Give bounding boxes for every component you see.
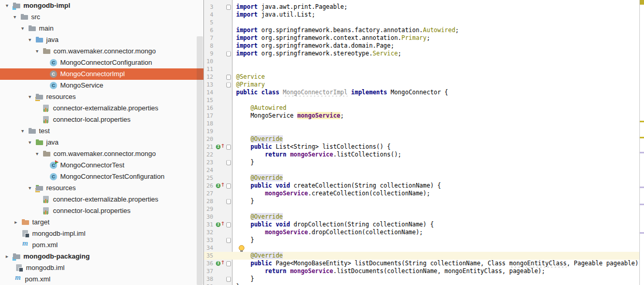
line-number[interactable]: 6 <box>204 26 215 34</box>
fold-marker-icon[interactable] <box>226 261 231 266</box>
tree-item-mongoconnectorimpl[interactable]: MongoConnectorImpl <box>0 68 203 80</box>
tree-item-mongodb-iml[interactable]: mongodb.iml <box>0 262 203 274</box>
code-text[interactable]: @Autowired <box>232 104 644 112</box>
fold-marker-icon[interactable] <box>226 183 231 189</box>
tree-item-connector-externalizable-properties[interactable]: connector-externalizable.properties <box>0 103 203 114</box>
tree-item-mongoconnectortestconfiguration[interactable]: MongoConnectorTestConfiguration <box>0 171 203 182</box>
code-text[interactable]: @Override <box>232 174 644 182</box>
line-number[interactable]: 31 <box>204 221 215 229</box>
line-number[interactable]: 7 <box>204 34 215 42</box>
line-number[interactable]: 27 <box>204 190 215 197</box>
warning-stripe-mark[interactable] <box>640 137 644 138</box>
code-text[interactable] <box>232 96 644 104</box>
chevron-collapsed-icon[interactable]: ▸ <box>15 217 21 228</box>
line-number[interactable]: 19 <box>204 127 215 135</box>
fold-marker-icon[interactable] <box>226 222 231 227</box>
chevron-expanded-icon[interactable]: ▾ <box>36 148 43 160</box>
tree-item-com-wavemaker-connector-mongo[interactable]: ▾com.wavemaker.connector.mongo <box>0 46 203 57</box>
line-number[interactable]: 26 <box>204 182 215 190</box>
code-text[interactable]: mongoService.dropCollection(collectionNa… <box>232 229 644 236</box>
line-number[interactable]: 39 <box>204 283 215 285</box>
code-text[interactable]: @Override <box>232 213 644 221</box>
code-text[interactable]: } <box>232 275 644 283</box>
error-stripe[interactable] <box>639 0 644 285</box>
code-text[interactable] <box>232 166 644 174</box>
fold-marker-icon[interactable] <box>226 277 231 282</box>
line-number[interactable]: 5 <box>204 19 215 26</box>
code-text[interactable]: public void dropCollection(String collec… <box>232 221 644 229</box>
line-number[interactable]: 13 <box>204 81 215 89</box>
tree-item-src[interactable]: ▾src <box>0 11 203 23</box>
fold-marker-icon[interactable] <box>226 160 231 165</box>
line-number[interactable]: 22 <box>204 151 215 159</box>
code-text[interactable] <box>232 205 644 213</box>
line-number[interactable]: 24 <box>204 166 215 174</box>
code-text[interactable]: } <box>232 159 644 166</box>
line-number[interactable]: 28 <box>204 197 215 205</box>
code-text[interactable]: mongoService.createCollection(collection… <box>232 190 644 197</box>
code-text[interactable]: MongoService mongoService; <box>232 112 644 120</box>
code-text[interactable]: public class MongoConnectorImpl implemen… <box>232 89 644 96</box>
fold-marker-icon[interactable] <box>226 5 231 10</box>
line-number[interactable]: 12 <box>204 73 215 81</box>
tree-item-com-wavemaker-connector-mongo[interactable]: ▾com.wavemaker.connector.mongo <box>0 148 203 160</box>
code-text[interactable]: import org.springframework.beans.factory… <box>232 26 644 34</box>
code-text[interactable]: import java.awt.print.Pageable; <box>232 3 644 11</box>
tree-item-pom-xml[interactable]: pom.xml <box>0 239 203 251</box>
tree-item-mongoservice[interactable]: MongoService <box>0 80 203 91</box>
code-editor-panel[interactable]: 3import java.awt.print.Pageable;4import … <box>204 0 644 285</box>
line-number[interactable]: 33 <box>204 236 215 244</box>
tree-item-java[interactable]: ▾java <box>0 34 203 46</box>
code-text[interactable]: @Primary <box>232 81 644 89</box>
chevron-expanded-icon[interactable]: ▾ <box>29 182 35 194</box>
implements-method-icon[interactable]: I↑ <box>216 261 224 266</box>
warning-indicator-icon[interactable] <box>640 0 644 5</box>
fold-marker-icon[interactable] <box>226 199 231 204</box>
line-number[interactable]: 9 <box>204 50 215 58</box>
tree-item-connector-externalizable-properties[interactable]: connector-externalizable.properties <box>0 194 203 205</box>
fold-marker-icon[interactable] <box>226 82 231 88</box>
code-text[interactable] <box>232 65 644 73</box>
line-number[interactable]: 23 <box>204 159 215 166</box>
line-number[interactable]: 38 <box>204 275 215 283</box>
line-number[interactable]: 25 <box>204 174 215 182</box>
chevron-expanded-icon[interactable]: ▾ <box>29 34 35 46</box>
info-stripe-mark[interactable] <box>640 232 644 234</box>
chevron-expanded-icon[interactable]: ▾ <box>29 137 35 148</box>
code-text[interactable] <box>232 58 644 65</box>
code-text[interactable]: public Page<MongoBaseEntity> listDocumen… <box>232 260 644 267</box>
code-editor[interactable]: 3import java.awt.print.Pageable;4import … <box>204 0 644 285</box>
code-text[interactable]: } <box>232 283 644 285</box>
code-text[interactable]: @Service <box>232 73 644 81</box>
chevron-expanded-icon[interactable]: ▾ <box>21 23 28 34</box>
line-number[interactable]: 3 <box>204 3 215 11</box>
code-text[interactable]: @Override <box>232 252 644 260</box>
code-text[interactable]: return mongoService.listCollections(); <box>232 151 644 159</box>
line-number[interactable]: 11 <box>204 65 215 73</box>
fold-marker-icon[interactable] <box>226 145 231 150</box>
implements-method-icon[interactable]: I↑ <box>216 222 224 227</box>
tree-item-connector-local-properties[interactable]: connector-local.properties <box>0 114 203 125</box>
line-number[interactable]: 20 <box>204 135 215 143</box>
tree-item-main[interactable]: ▾main <box>0 23 203 34</box>
fold-marker-icon[interactable] <box>226 238 231 243</box>
code-text[interactable]: import org.springframework.stereotype.Se… <box>232 50 644 58</box>
tree-item-pom-xml[interactable]: pom.xml <box>0 274 203 285</box>
info-stripe-mark[interactable] <box>640 204 644 205</box>
line-number[interactable]: 10 <box>204 58 215 65</box>
code-text[interactable] <box>232 120 644 127</box>
line-number[interactable]: 21 <box>204 143 215 151</box>
tree-item-mongoconnectorconfiguration[interactable]: MongoConnectorConfiguration <box>0 57 203 68</box>
warning-stripe-mark[interactable] <box>640 121 644 122</box>
code-text[interactable]: return mongoService.listDocuments(collec… <box>232 267 644 275</box>
tree-scrollbar-thumb[interactable] <box>197 36 203 285</box>
chevron-expanded-icon[interactable]: ▾ <box>36 46 43 57</box>
chevron-expanded-icon[interactable]: ▾ <box>21 125 28 137</box>
intention-bulb-icon[interactable] <box>239 245 244 251</box>
line-number[interactable]: 14 <box>204 89 215 96</box>
code-text[interactable] <box>232 244 644 252</box>
code-text[interactable]: import org.springframework.data.domain.P… <box>232 42 644 50</box>
tree-item-mongodb-packaging[interactable]: ▸mongodb-packaging <box>0 251 203 262</box>
line-number[interactable]: 4 <box>204 11 215 19</box>
implements-method-icon[interactable]: I↑ <box>216 144 224 150</box>
